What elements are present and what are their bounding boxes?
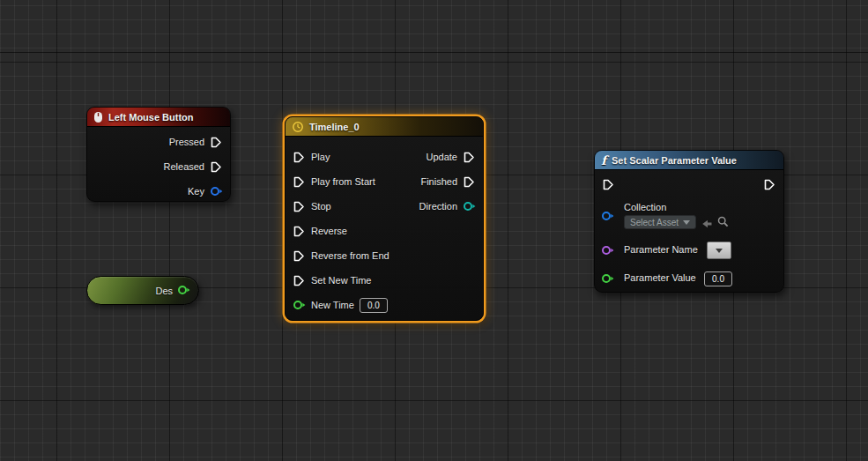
node-timeline-0[interactable]: Timeline_0 Play Play from Start Stop [285, 116, 484, 321]
exec-pin-stop[interactable] [293, 200, 306, 213]
exec-pin-update[interactable] [463, 151, 476, 164]
des-data-pin[interactable] [177, 284, 190, 297]
parameter-value-label: Parameter Value [624, 272, 696, 283]
mouse-icon [93, 111, 103, 123]
select-asset-dropdown[interactable]: Select Asset [624, 215, 696, 229]
parameter-name-data-pin[interactable] [601, 244, 614, 257]
collection-label: Collection [624, 202, 666, 212]
node-title: Set Scalar Parameter Value [612, 155, 737, 166]
exec-pin-set-new-time[interactable] [293, 274, 306, 287]
pin-row: Released [87, 154, 230, 179]
node-timeline-0-header[interactable]: Timeline_0 [286, 117, 483, 137]
parameter-name-combobox[interactable] [707, 242, 731, 259]
pin-row: Finished [419, 169, 483, 194]
pin-row: Update [419, 145, 483, 169]
exec-pin-finished[interactable] [463, 175, 476, 189]
chevron-down-icon [716, 249, 723, 253]
node-variable-des[interactable]: Des [86, 276, 199, 305]
browse-asset-icon[interactable] [716, 215, 730, 232]
exec-pin-reverse-from-end[interactable] [293, 249, 306, 263]
function-icon: f [601, 154, 606, 167]
new-time-input[interactable] [360, 298, 388, 313]
pin-row: Play [286, 145, 389, 169]
node-set-scalar-parameter-value[interactable]: f Set Scalar Parameter Value Collection … [594, 150, 784, 293]
node-left-mouse-button-header[interactable]: Left Mouse Button [87, 108, 230, 127]
collection-data-pin[interactable] [601, 210, 614, 223]
timeline-input-pins: Play Play from Start Stop Reverse Revers… [286, 145, 389, 317]
exec-pin-pressed[interactable] [210, 136, 223, 149]
chevron-down-icon [683, 220, 690, 225]
use-selected-asset-icon[interactable] [701, 217, 713, 233]
node-title: Left Mouse Button [108, 112, 194, 123]
node-title: Timeline_0 [309, 122, 360, 132]
exec-pin-play[interactable] [293, 151, 306, 164]
node-left-mouse-button[interactable]: Left Mouse Button Pressed Released Key [86, 107, 231, 202]
new-time-data-pin[interactable] [293, 299, 306, 312]
parameter-value-input[interactable] [704, 271, 732, 286]
exec-pin-released[interactable] [210, 160, 223, 174]
timeline-output-pins: Update Finished Direction [419, 145, 483, 317]
direction-data-pin[interactable] [463, 200, 476, 213]
blueprint-canvas[interactable]: Left Mouse Button Pressed Released Key [0, 0, 868, 461]
clock-icon [292, 121, 304, 133]
pin-row: Play from Start [286, 169, 389, 194]
pin-row: Key [87, 179, 230, 204]
pin-row: Reverse from End [286, 243, 389, 268]
node-set-scalar-header[interactable]: f Set Scalar Parameter Value [595, 151, 783, 170]
exec-pin-reverse[interactable] [293, 225, 306, 238]
pin-row: Stop [286, 194, 389, 219]
parameter-name-label: Parameter Name [624, 244, 698, 255]
exec-pin-out[interactable] [763, 178, 776, 191]
pin-row: Pressed [87, 130, 230, 154]
pin-row: Direction [419, 194, 483, 219]
pin-row: New Time [286, 293, 389, 317]
pin-row: Reverse [286, 219, 389, 243]
exec-pin-play-from-start[interactable] [293, 175, 306, 189]
exec-pin-in[interactable] [602, 178, 615, 191]
pin-row: Set New Time [286, 268, 389, 293]
parameter-value-data-pin[interactable] [601, 272, 614, 286]
key-data-pin[interactable] [210, 185, 223, 198]
variable-des-label: Des [155, 286, 173, 296]
